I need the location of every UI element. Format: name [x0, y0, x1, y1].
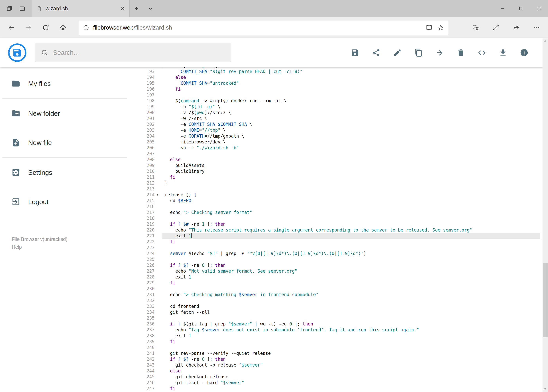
- code-text[interactable]: fi: [162, 86, 540, 92]
- code-text[interactable]: sh -c "./wizard.sh -b": [162, 145, 540, 151]
- minimize-button[interactable]: [493, 0, 512, 17]
- code-line[interactable]: 204 -e GOPATH=//tmp/gopath \: [129, 133, 540, 139]
- code-text[interactable]: filebrowser/dev \: [162, 139, 540, 145]
- code-text[interactable]: if [ $? -ne 0 ]; then: [162, 262, 540, 268]
- code-line[interactable]: 222 fi: [129, 239, 540, 245]
- code-line[interactable]: 245 git checkout release: [129, 374, 540, 380]
- code-text[interactable]: release () {: [162, 192, 540, 198]
- code-text[interactable]: [162, 203, 540, 210]
- annotate-pen-icon[interactable]: [487, 19, 505, 36]
- code-text[interactable]: fi: [162, 239, 540, 245]
- code-line[interactable]: 218: [129, 215, 540, 221]
- favorite-star-icon[interactable]: [437, 24, 444, 31]
- code-line[interactable]: 195 COMMIT_SHA="untracked": [129, 80, 540, 86]
- code-line[interactable]: 243 git checkout -b release "$semver": [129, 362, 540, 368]
- code-text[interactable]: [162, 151, 540, 157]
- code-text[interactable]: buildAssets: [162, 162, 540, 168]
- tab-previews-chevron-icon[interactable]: [144, 0, 158, 17]
- fold-marker-icon[interactable]: ▾: [157, 192, 162, 198]
- forward-button[interactable]: [20, 19, 37, 36]
- code-text[interactable]: exit 1: [162, 333, 540, 339]
- code-line[interactable]: 216: [129, 203, 540, 210]
- code-line[interactable]: 225: [129, 256, 540, 262]
- code-text[interactable]: fi: [162, 339, 540, 344]
- code-text[interactable]: else: [162, 74, 540, 80]
- code-text[interactable]: semver=$(echo "$1" | grep -P '^v(0|[1-9]…: [162, 251, 540, 256]
- code-line[interactable]: 196 fi: [129, 86, 540, 92]
- code-line[interactable]: 223: [129, 245, 540, 251]
- page-scrollbar[interactable]: [542, 38, 548, 392]
- sidebar-item-settings[interactable]: Settings: [0, 158, 129, 187]
- code-line[interactable]: 234 git fetch --all: [129, 309, 540, 315]
- code-text[interactable]: echo "Tag $semver does not exist in subm…: [162, 327, 540, 333]
- code-text[interactable]: if [ $(git tag | grep "$semver" | wc -l)…: [162, 321, 540, 327]
- code-text[interactable]: cd frontend: [162, 303, 540, 309]
- code-text[interactable]: -e GOPATH=//tmp/gopath \: [162, 133, 540, 139]
- code-text[interactable]: [162, 286, 540, 292]
- code-text[interactable]: [162, 92, 540, 98]
- code-line[interactable]: 227 echo "Not valid semver format. See s…: [129, 268, 540, 274]
- code-text[interactable]: buildBinary: [162, 168, 540, 174]
- code-line[interactable]: 211 fi: [129, 174, 540, 180]
- code-text[interactable]: -v /$(pwd):/src:z \: [162, 110, 540, 115]
- share-icon[interactable]: [508, 19, 525, 36]
- code-line[interactable]: 246 git reset --hard "$semver": [129, 380, 540, 385]
- code-text[interactable]: git checkout -b release "$semver": [162, 362, 540, 368]
- raw-code-button[interactable]: [478, 48, 486, 57]
- code-text[interactable]: COMMIT_SHA="untracked": [162, 80, 540, 86]
- code-text[interactable]: COMMIT_SHA="$(git rev-parse HEAD | cut -…: [162, 69, 540, 74]
- code-line[interactable]: 215 cd $REPO: [129, 198, 540, 203]
- site-info-icon[interactable]: [83, 24, 89, 31]
- code-text[interactable]: exit 1: [162, 274, 540, 280]
- reading-view-icon[interactable]: [426, 24, 432, 31]
- code-text[interactable]: [162, 297, 540, 303]
- code-line[interactable]: 240: [129, 344, 540, 350]
- code-text[interactable]: else: [162, 157, 540, 162]
- scrollbar-thumb[interactable]: [543, 263, 548, 337]
- rename-button[interactable]: [393, 48, 402, 57]
- code-line[interactable]: 244 else: [129, 368, 540, 374]
- code-line[interactable]: 219 if [ $# -ne 1 ]; then: [129, 221, 540, 227]
- maximize-button[interactable]: [512, 0, 530, 17]
- tab-preview-icon[interactable]: [17, 4, 28, 14]
- code-line[interactable]: 224 semver=$(echo "$1" | grep -P '^v(0|[…: [129, 251, 540, 256]
- new-tab-button[interactable]: [130, 0, 144, 17]
- code-line[interactable]: 199 -u "$(id -u)" \: [129, 104, 540, 110]
- code-line[interactable]: 209 buildAssets: [129, 162, 540, 168]
- browser-tab-active[interactable]: wizard.sh: [32, 0, 130, 17]
- code-text[interactable]: if [ $# -ne 1 ]; then: [162, 221, 540, 227]
- code-line[interactable]: 238 exit 1: [129, 333, 540, 339]
- code-line[interactable]: 230: [129, 286, 540, 292]
- hub-favorites-icon[interactable]: [467, 19, 484, 36]
- refresh-button[interactable]: [37, 19, 54, 36]
- search-box[interactable]: [35, 43, 231, 62]
- code-line[interactable]: 207: [129, 151, 540, 157]
- tab-close-icon[interactable]: [120, 6, 125, 11]
- move-button[interactable]: [435, 48, 444, 57]
- sidebar-item-new-file[interactable]: New file: [0, 128, 129, 157]
- code-line[interactable]: 201 -w //src \: [129, 115, 540, 121]
- code-text[interactable]: [162, 315, 540, 321]
- code-editor[interactable]: 192 if [ -d ".git" ]; then193 COMMIT_SHA…: [129, 67, 548, 392]
- code-line[interactable]: 203 -e HOME="//tmp" \: [129, 127, 540, 133]
- code-line[interactable]: 235: [129, 315, 540, 321]
- code-text[interactable]: -w //src \: [162, 115, 540, 121]
- code-line[interactable]: 206 sh -c "./wizard.sh -b": [129, 145, 540, 151]
- copy-button[interactable]: [414, 48, 423, 57]
- code-text[interactable]: exit 1: [162, 233, 540, 239]
- code-text[interactable]: -e COMMIT_SHA=$COMMIT_SHA \: [162, 121, 540, 127]
- code-line[interactable]: 220 echo "This release script requires a…: [129, 227, 540, 233]
- code-text[interactable]: -e HOME="//tmp" \: [162, 127, 540, 133]
- code-text[interactable]: if [ $? -ne 0 ]; then: [162, 356, 540, 362]
- code-text[interactable]: cd $REPO: [162, 198, 540, 203]
- set-tabs-aside-icon[interactable]: [4, 4, 14, 14]
- help-link[interactable]: Help: [12, 243, 117, 251]
- code-line[interactable]: 213: [129, 186, 540, 192]
- search-input[interactable]: [53, 49, 225, 56]
- code-line[interactable]: 231 echo "> Checking matching $semver in…: [129, 292, 540, 297]
- code-text[interactable]: echo "> Checking matching $semver in fro…: [162, 292, 540, 297]
- address-bar[interactable]: filebrowser.web/files/wizard.sh: [79, 21, 448, 35]
- code-line[interactable]: 247 fi: [129, 385, 540, 392]
- code-text[interactable]: echo "This release script requires a sin…: [162, 227, 540, 233]
- code-text[interactable]: -u "$(id -u)" \: [162, 104, 540, 110]
